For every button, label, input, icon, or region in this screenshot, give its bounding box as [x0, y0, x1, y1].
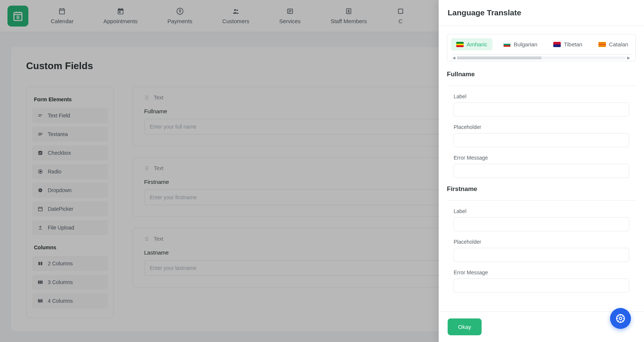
scroll-thumb[interactable] [457, 56, 541, 59]
scroll-track[interactable] [457, 56, 626, 59]
language-tabs: Amharic Bulgarian Tibetan Catalan [447, 34, 636, 61]
lang-tab-tibetan[interactable]: Tibetan [548, 38, 587, 50]
form-group: Error Message [447, 155, 636, 178]
form-group: Placeholder [447, 124, 636, 147]
lang-label: Tibetan [564, 41, 582, 47]
help-icon [615, 313, 626, 324]
lang-tab-amharic[interactable]: Amharic [451, 38, 492, 50]
section-heading-fullname: Fullname [447, 71, 636, 78]
lang-tab-bulgarian[interactable]: Bulgarian [498, 38, 542, 50]
form-group: Placeholder [447, 239, 636, 262]
drawer-body: Amharic Bulgarian Tibetan Catalan [439, 26, 644, 311]
drawer-header: Language Translate [439, 0, 644, 26]
lang-label: Catalan [609, 41, 628, 47]
label: Placeholder [454, 239, 629, 245]
lang-tab-catalan[interactable]: Catalan [593, 38, 632, 50]
flag-tibetan-icon [553, 42, 561, 47]
translate-drawer: Language Translate Amharic Bulgarian Tib… [439, 0, 644, 342]
flag-amharic-icon [456, 42, 464, 47]
label: Label [454, 93, 629, 99]
fullname-error-input[interactable] [454, 164, 629, 178]
fullname-label-input[interactable] [454, 102, 629, 117]
flag-bulgarian-icon [503, 42, 511, 47]
form-group: Error Message [447, 269, 636, 293]
firstname-error-input[interactable] [454, 278, 629, 293]
label: Placeholder [454, 124, 629, 130]
label: Label [454, 208, 629, 214]
form-group: Label [447, 93, 636, 117]
divider [447, 86, 636, 86]
okay-button[interactable]: Okay [448, 318, 482, 335]
help-fab[interactable] [610, 308, 631, 329]
firstname-placeholder-input[interactable] [454, 248, 629, 262]
svg-point-52 [619, 317, 622, 320]
fullname-placeholder-input[interactable] [454, 133, 629, 147]
lang-scrollbar: ◀ ▶ [451, 54, 632, 61]
lang-label: Amharic [467, 41, 487, 47]
label: Error Message [454, 155, 629, 161]
drawer-title: Language Translate [448, 8, 635, 17]
language-tab-list: Amharic Bulgarian Tibetan Catalan [451, 38, 632, 54]
firstname-label-input[interactable] [454, 217, 629, 231]
lang-label: Bulgarian [514, 41, 537, 47]
form-group: Label [447, 208, 636, 231]
scroll-left-icon[interactable]: ◀ [451, 56, 457, 60]
divider [447, 200, 636, 201]
flag-catalan-icon [598, 42, 606, 47]
label: Error Message [454, 269, 629, 275]
scroll-right-icon[interactable]: ▶ [626, 56, 632, 60]
section-heading-firstname: Firstname [447, 185, 636, 193]
